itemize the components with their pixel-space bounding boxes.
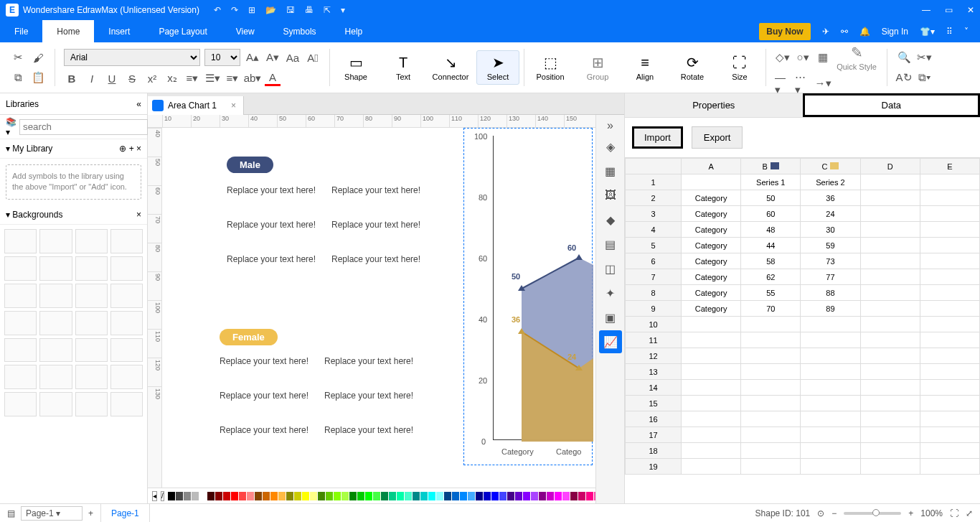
cell[interactable] — [920, 222, 979, 238]
size-button[interactable]: ⛶Size — [718, 55, 761, 81]
line-spacing-icon[interactable]: ≡▾ — [184, 70, 200, 86]
close-bg-icon[interactable]: × — [136, 210, 141, 220]
collapse-left-icon[interactable]: « — [136, 99, 141, 109]
bg-thumb[interactable] — [110, 284, 143, 308]
my-library-section[interactable]: ▾ My Library ⊕ + × — [0, 139, 147, 159]
color-swatch[interactable] — [326, 492, 333, 500]
change-case-icon[interactable]: Aa — [285, 50, 301, 65]
bg-thumb[interactable] — [39, 256, 72, 281]
expand-strip-icon[interactable]: » — [599, 118, 622, 134]
underline-icon[interactable]: U — [104, 70, 120, 86]
bold-icon[interactable]: B — [64, 70, 80, 86]
color-swatch[interactable] — [555, 492, 562, 500]
cell[interactable] — [860, 238, 920, 253]
row-header[interactable]: 16 — [626, 411, 682, 427]
placeholder-text[interactable]: Replace your text here! — [220, 425, 308, 435]
tab-properties[interactable]: Properties — [625, 93, 803, 117]
font-family-select[interactable]: Arial — [64, 49, 200, 66]
color-swatch[interactable] — [594, 492, 595, 500]
export-icon[interactable]: ⇱ — [324, 5, 331, 15]
cell[interactable]: 24 — [801, 206, 860, 222]
cell[interactable]: 59 — [801, 238, 860, 253]
copy-icon[interactable]: ⧉ — [10, 70, 26, 85]
row-header[interactable]: 10 — [626, 317, 682, 332]
cell[interactable] — [920, 238, 979, 253]
superscript-icon[interactable]: x² — [144, 70, 160, 86]
col-header[interactable]: B — [741, 159, 801, 174]
cell[interactable]: 89 — [801, 301, 860, 317]
color-swatch[interactable] — [570, 492, 578, 500]
cell[interactable]: Category — [682, 301, 741, 317]
cell[interactable]: 70 — [741, 301, 801, 317]
send-icon[interactable]: ✈ — [822, 27, 829, 37]
color-swatch[interactable] — [318, 492, 325, 500]
placeholder-text[interactable]: Replace your text here! — [324, 425, 413, 435]
format-painter-icon[interactable]: 🖌 — [30, 50, 46, 65]
library-menu-icon[interactable]: 📚▾ — [6, 117, 17, 137]
color-swatch[interactable] — [286, 492, 293, 500]
row-header[interactable]: 6 — [626, 253, 682, 269]
area-chart[interactable]: 0 20 40 60 80 100 Category Catego — [463, 128, 593, 465]
color-swatch[interactable] — [278, 492, 286, 500]
color-swatch[interactable] — [547, 492, 554, 500]
placeholder-text[interactable]: Replace your text here! — [324, 391, 413, 401]
bg-thumb[interactable] — [4, 284, 37, 308]
col-header[interactable]: C — [801, 159, 860, 174]
bg-thumb[interactable] — [110, 229, 143, 253]
color-swatch[interactable] — [207, 492, 215, 500]
outline-icon[interactable]: ▤ — [7, 508, 15, 518]
shape-button[interactable]: ▭Shape — [334, 54, 377, 81]
cell[interactable] — [920, 269, 979, 285]
add-lib-icon[interactable]: ⊕ — [119, 144, 126, 154]
row-header[interactable]: 13 — [626, 364, 682, 380]
bg-thumb[interactable] — [39, 311, 72, 335]
placeholder-text[interactable]: Replace your text here! — [331, 185, 420, 195]
tab-data[interactable]: Data — [803, 93, 981, 117]
cell[interactable] — [860, 253, 920, 269]
find-icon[interactable]: 🔍 — [896, 50, 912, 65]
color-swatch[interactable] — [215, 492, 222, 500]
color-swatch[interactable] — [199, 492, 207, 500]
layers-tool-icon[interactable]: ◆ — [599, 208, 622, 231]
new-icon[interactable]: ⊞ — [248, 5, 255, 15]
align-button[interactable]: ≡Align — [623, 55, 666, 81]
play-icon[interactable]: ⊙ — [817, 508, 824, 518]
chart-tool-icon[interactable]: 📈 — [599, 330, 622, 353]
no-color-icon[interactable]: / — [161, 491, 164, 501]
maximize-icon[interactable]: ▭ — [945, 5, 953, 15]
color-swatch[interactable] — [255, 492, 262, 500]
zoom-in-icon[interactable]: + — [908, 508, 913, 518]
align-text-icon[interactable]: ≡▾ — [225, 70, 240, 86]
save-icon[interactable]: 🖫 — [286, 5, 295, 15]
color-swatch[interactable] — [365, 492, 372, 500]
color-swatch[interactable] — [578, 492, 585, 500]
color-swatch[interactable] — [294, 492, 301, 500]
italic-icon[interactable]: I — [84, 70, 100, 86]
select-button[interactable]: ➤Select — [476, 50, 519, 85]
placeholder-text[interactable]: Replace your text here! — [227, 254, 316, 264]
print-icon[interactable]: 🖶 — [305, 5, 314, 15]
highlight-icon[interactable]: ab▾ — [245, 70, 260, 86]
buy-now-button[interactable]: Buy Now — [759, 23, 810, 40]
color-swatch[interactable] — [223, 492, 230, 500]
cell[interactable]: Category — [682, 222, 741, 238]
row-header[interactable]: 8 — [626, 285, 682, 301]
close-icon[interactable]: ✕ — [967, 5, 974, 15]
cut-icon[interactable]: ✂ — [10, 50, 26, 65]
menu-home[interactable]: Home — [42, 20, 94, 42]
bg-thumb[interactable] — [39, 338, 72, 363]
row-header[interactable]: 14 — [626, 380, 682, 396]
bg-thumb[interactable] — [75, 284, 108, 308]
cell[interactable]: 55 — [741, 285, 801, 301]
color-swatch[interactable] — [310, 492, 317, 500]
menu-help[interactable]: Help — [331, 20, 377, 42]
crop-icon[interactable]: ✂▾ — [916, 50, 932, 65]
fill-tool-icon[interactable]: ◈ — [599, 135, 622, 158]
color-swatch[interactable] — [247, 492, 254, 500]
bg-thumb[interactable] — [39, 392, 72, 416]
bg-thumb[interactable] — [110, 365, 143, 389]
close-section-icon[interactable]: × — [136, 144, 141, 154]
cell[interactable] — [920, 190, 979, 206]
col-header[interactable]: A — [682, 159, 741, 174]
bg-thumb[interactable] — [4, 256, 37, 281]
